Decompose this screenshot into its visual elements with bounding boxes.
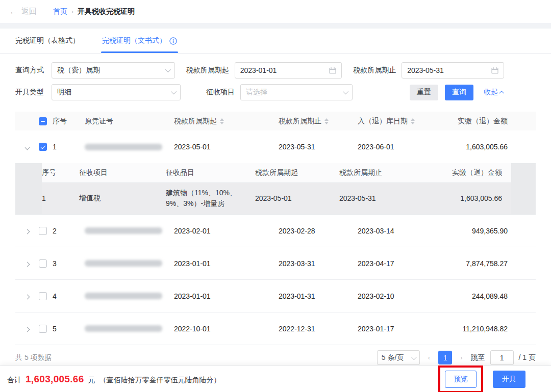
- reset-button[interactable]: 重置: [410, 85, 438, 100]
- preview-button[interactable]: 预览: [445, 371, 477, 388]
- collapse-label: 收起: [484, 88, 498, 97]
- total-amount-words: （壹佰陆拾万零叁仟零伍元陆角陆分）: [99, 376, 221, 385]
- col-label: 税款所属期止: [279, 117, 321, 126]
- storage-date-cell: 2023-02-10: [358, 280, 439, 312]
- query-mode-value: 税（费）属期: [57, 66, 100, 75]
- red-highlight-annotation: 预览: [438, 365, 483, 392]
- issue-type-select[interactable]: 明细: [52, 84, 181, 100]
- chevron-down-icon: [165, 67, 171, 72]
- chevron-right-icon: [24, 262, 30, 267]
- prev-page-button[interactable]: ‹: [425, 354, 433, 361]
- amount-cell: 1,603,005.66: [439, 130, 536, 163]
- tab-certificate-table-format[interactable]: 完税证明（表格式）: [15, 36, 80, 53]
- period-start-input[interactable]: [240, 66, 317, 74]
- row-checkbox[interactable]: [39, 292, 47, 300]
- query-mode-select[interactable]: 税（费）属期: [52, 62, 175, 79]
- storage-date-cell: 2023-01-17: [358, 312, 439, 345]
- amount-cell: 949,365.90: [439, 215, 536, 247]
- row-index: 3: [53, 259, 57, 268]
- sub-period-end-cell: 2023-05-31: [339, 182, 426, 214]
- col-period-end-sort[interactable]: 税款所属期止: [279, 117, 329, 126]
- select-all-checkbox[interactable]: [39, 117, 47, 125]
- collapse-link[interactable]: 收起: [484, 88, 504, 97]
- chevron-down-icon: [411, 354, 417, 359]
- voucher-number-redacted: [85, 260, 162, 267]
- period-start-datepicker[interactable]: [235, 62, 342, 79]
- sort-icon: [324, 118, 329, 124]
- period-end-datepicker[interactable]: [402, 62, 504, 79]
- issue-type-label: 开具类型: [15, 88, 47, 97]
- page-size-select[interactable]: 5 条/页: [377, 350, 420, 365]
- period-end-label: 税款所属期止: [342, 66, 397, 75]
- back-button[interactable]: ← 返回: [9, 7, 37, 17]
- col-label: 税款所属期起: [174, 117, 217, 126]
- search-button[interactable]: 查询: [445, 85, 473, 100]
- row-checkbox[interactable]: [39, 143, 47, 151]
- expand-toggle[interactable]: [15, 130, 39, 163]
- storage-date-cell: 2023-03-14: [358, 215, 439, 247]
- period-start-cell: 2023-01-01: [174, 280, 279, 312]
- current-page-button[interactable]: 1: [438, 351, 452, 364]
- period-end-cell: 2023-01-31: [279, 280, 358, 312]
- expand-toggle[interactable]: [15, 280, 39, 312]
- tab-label: 完税证明（文书式）: [102, 36, 166, 45]
- chevron-up-icon: [499, 90, 504, 95]
- filter-actions: 重置 查询 收起: [410, 85, 504, 100]
- active-tab-underline: [101, 51, 178, 53]
- expand-toggle[interactable]: [15, 215, 39, 247]
- tab-certificate-document-format[interactable]: 完税证明（文书式）: [102, 36, 177, 53]
- query-mode-label: 查询方式: [15, 66, 47, 75]
- col-label: 入（退）库日期: [358, 117, 408, 126]
- sub-index-cell: 1: [42, 182, 79, 214]
- next-page-button[interactable]: ›: [457, 354, 465, 361]
- period-end-cell: 2023-05-31: [279, 130, 358, 163]
- row-checkbox[interactable]: [39, 259, 47, 268]
- col-period-start-sort[interactable]: 税款所属期起: [174, 117, 224, 126]
- levy-item-label: 征收项目: [181, 88, 236, 97]
- levy-item-select[interactable]: 请选择: [240, 84, 353, 100]
- sort-icon: [220, 118, 224, 124]
- row-index: 5: [53, 325, 57, 333]
- levy-item-placeholder: 请选择: [246, 88, 267, 97]
- breadcrumb-separator: ›: [71, 8, 73, 15]
- row-index: 1: [53, 143, 57, 151]
- calendar-icon: [491, 67, 498, 74]
- info-icon[interactable]: [169, 37, 177, 45]
- detail-sub-table: 序号 征收项目 征收品目 税款所属期起 税款所属期止 实缴（退）金额: [42, 163, 511, 214]
- issue-button[interactable]: 开具: [493, 371, 525, 388]
- row-checkbox[interactable]: [39, 227, 47, 235]
- sub-table-row: 1 增值税 建筑物（11%、10%、9%、3%）-增量房 2023-05-01 …: [42, 182, 511, 214]
- col-index: 序号: [53, 117, 67, 126]
- chevron-down-icon: [24, 145, 30, 150]
- chevron-right-icon: [24, 294, 30, 299]
- breadcrumb-home-link[interactable]: 首页: [53, 7, 67, 16]
- sub-col-period-end: 税款所属期止: [339, 163, 426, 182]
- total-pages-label: / 1 页: [519, 353, 536, 362]
- section-divider: [0, 23, 551, 29]
- issue-type-value: 明细: [57, 88, 71, 97]
- chevron-right-icon: [24, 229, 30, 234]
- sub-col-amount: 实缴（退）金额: [426, 163, 511, 182]
- voucher-number-redacted: [85, 144, 162, 150]
- sub-col-period-start: 税款所属期起: [255, 163, 339, 182]
- row-checkbox[interactable]: [39, 325, 47, 333]
- table-row: 1 2023-05-01 2023-05-31 2023-06-01 1,603…: [15, 130, 536, 163]
- filter-row-2: 开具类型 明细 征收项目 请选择 重置 查询 收起: [15, 84, 504, 100]
- col-amount: 实缴（退）金额: [439, 112, 536, 130]
- bottom-action-bar: 合计 1,603,005.66 元 （壹佰陆拾万零叁仟零伍元陆角陆分） 预览 开…: [0, 365, 551, 392]
- amount-cell: 7,874,758.27: [439, 247, 536, 280]
- period-end-input[interactable]: [407, 66, 484, 74]
- expand-toggle[interactable]: [15, 247, 39, 280]
- breadcrumb: 首页 › 开具税收完税证明: [53, 7, 135, 16]
- period-end-cell: 2022-12-31: [279, 312, 358, 345]
- jump-page-input[interactable]: [490, 350, 514, 365]
- expand-toggle[interactable]: [15, 312, 39, 345]
- sub-period-start-cell: 2023-05-01: [255, 182, 339, 214]
- storage-date-cell: 2023-06-01: [358, 130, 439, 163]
- col-storage-date-sort[interactable]: 入（退）库日期: [358, 117, 415, 126]
- total-amount: 1,603,005.66: [26, 374, 84, 385]
- table-header-row: 序号 原凭证号 税款所属期起 税款所属期止 入（退）库日期 实缴（退）金额: [15, 112, 536, 130]
- col-voucher: 原凭证号: [85, 112, 174, 130]
- bottom-buttons: 预览 开具: [438, 365, 525, 392]
- period-start-cell: 2022-10-01: [174, 312, 279, 345]
